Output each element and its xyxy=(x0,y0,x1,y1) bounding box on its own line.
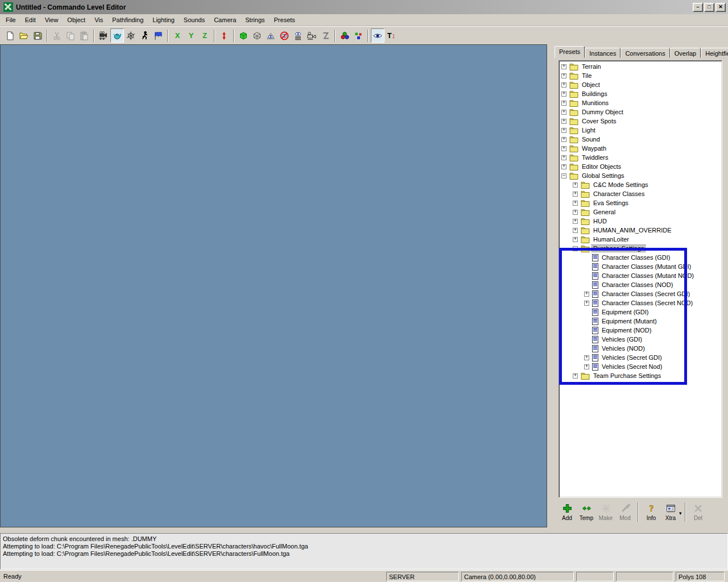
menu-vis[interactable]: Vis xyxy=(90,15,107,25)
tree-item-vehicles-secret-gdi[interactable]: +Vehicles (Secret GDI) xyxy=(559,353,722,362)
temp-button[interactable]: Temp xyxy=(577,500,596,524)
tab-overlap[interactable]: Overlap xyxy=(670,48,701,58)
menu-lighting[interactable]: Lighting xyxy=(148,15,179,25)
xtra-dropdown-arrow[interactable]: ▾ xyxy=(679,508,682,516)
tree-item-object[interactable]: +Object xyxy=(559,80,722,89)
tree-item-terrain[interactable]: +Terrain xyxy=(559,62,722,71)
tree-item-purchase-settings[interactable]: −Purchase Settings xyxy=(559,244,722,253)
tree-item-waypath[interactable]: +Waypath xyxy=(559,144,722,153)
camera-side-button[interactable] xyxy=(305,28,318,43)
menu-file[interactable]: File xyxy=(1,15,20,25)
maximize-button[interactable]: □ xyxy=(704,3,714,12)
tree-item-equipment-nod[interactable]: +Equipment (NOD) xyxy=(559,326,722,335)
tree-item-c-c-mode-settings[interactable]: +C&C Mode Settings xyxy=(559,180,722,189)
presets-tree[interactable]: +Terrain+Tile+Object+Buildings+Munitions… xyxy=(559,60,722,498)
tree-item-light[interactable]: +Light xyxy=(559,126,722,135)
menu-edit[interactable]: Edit xyxy=(20,15,40,25)
save-file-button[interactable] xyxy=(31,28,44,43)
expand-toggle[interactable]: + xyxy=(561,92,566,97)
tree-item-vehicles-secret-nod[interactable]: +Vehicles (Secret Nod) xyxy=(559,362,722,371)
tree-item-character-classes-secret-gdi[interactable]: +Character Classes (Secret GDI) xyxy=(559,289,722,298)
camera-dolly-button[interactable] xyxy=(97,28,110,43)
add-button[interactable]: Add xyxy=(557,500,577,524)
expand-toggle[interactable]: + xyxy=(561,110,566,115)
wire-cube-button[interactable] xyxy=(250,28,264,43)
expand-toggle[interactable]: + xyxy=(561,164,566,169)
expand-toggle[interactable]: + xyxy=(561,73,566,78)
minimize-button[interactable]: – xyxy=(693,3,703,12)
menu-view[interactable]: View xyxy=(40,15,63,25)
tab-presets[interactable]: Presets xyxy=(555,46,585,58)
eye-terrain-button[interactable] xyxy=(264,28,278,43)
expand-toggle[interactable]: + xyxy=(561,101,566,106)
visibility-eye-button[interactable] xyxy=(371,28,384,43)
expand-toggle[interactable]: + xyxy=(573,192,578,197)
solid-cube-button[interactable] xyxy=(237,28,250,43)
tree-item-character-classes[interactable]: +Character Classes xyxy=(559,189,722,198)
axis-x-button[interactable]: X xyxy=(171,28,184,43)
tree-item-equipment-gdi[interactable]: +Equipment (GDI) xyxy=(559,307,722,317)
menu-pathfinding[interactable]: Pathfinding xyxy=(107,15,148,25)
tree-item-vehicles-gdi[interactable]: +Vehicles (GDI) xyxy=(559,335,722,344)
tree-item-eva-settings[interactable]: +Eva Settings xyxy=(559,198,722,207)
collapse-toggle[interactable]: − xyxy=(561,173,566,178)
tree-item-buildings[interactable]: +Buildings xyxy=(559,89,722,98)
new-file-button[interactable] xyxy=(3,28,17,43)
close-button[interactable]: ✕ xyxy=(715,3,726,12)
collapse-toggle[interactable]: − xyxy=(573,246,578,251)
expand-toggle[interactable]: + xyxy=(561,137,566,142)
expand-toggle[interactable]: + xyxy=(573,182,578,188)
expand-toggle[interactable]: + xyxy=(584,292,589,297)
tree-item-munitions[interactable]: +Munitions xyxy=(559,98,722,107)
tree-item-sound[interactable]: +Sound xyxy=(559,135,722,144)
expand-toggle[interactable]: + xyxy=(561,119,566,124)
expand-toggle[interactable]: + xyxy=(573,201,578,206)
tree-item-equipment-mutant[interactable]: +Equipment (Mutant) xyxy=(559,317,722,326)
tree-item-cover-spots[interactable]: +Cover Spots xyxy=(559,117,722,126)
expand-toggle[interactable]: + xyxy=(573,237,578,242)
tree-item-character-classes-mutant-gdi[interactable]: +Character Classes (Mutant GDI) xyxy=(559,262,722,271)
tree-item-character-classes-secret-nod[interactable]: +Character Classes (Secret NOD) xyxy=(559,298,722,307)
vertex-spike-button[interactable] xyxy=(217,28,231,43)
tree-item-character-classes-nod[interactable]: +Character Classes (NOD) xyxy=(559,280,722,289)
menu-object[interactable]: Object xyxy=(63,15,90,25)
expand-toggle[interactable]: + xyxy=(573,228,578,233)
expand-toggle[interactable]: + xyxy=(584,364,589,369)
menu-camera[interactable]: Camera xyxy=(209,15,241,25)
expand-toggle[interactable]: + xyxy=(561,155,566,160)
clip-polygon-button[interactable] xyxy=(318,28,332,43)
tree-item-character-classes-mutant-nod[interactable]: +Character Classes (Mutant NOD) xyxy=(559,271,722,280)
tree-item-general[interactable]: +General xyxy=(559,207,722,217)
tab-instances[interactable]: Instances xyxy=(585,48,621,58)
menu-sounds[interactable]: Sounds xyxy=(179,15,209,25)
tab-heightfield[interactable]: Heightfield xyxy=(701,48,728,58)
expand-toggle[interactable]: + xyxy=(584,301,589,306)
tree-item-vehicles-nod[interactable]: +Vehicles (NOD) xyxy=(559,344,722,353)
tree-item-humanloiter[interactable]: +HumanLoiter xyxy=(559,235,722,244)
hide-object-button[interactable] xyxy=(278,28,291,43)
tree-item-dummy-object[interactable]: +Dummy Object xyxy=(559,107,722,117)
tree-item-hud[interactable]: +HUD xyxy=(559,217,722,226)
expand-toggle[interactable]: + xyxy=(561,64,566,69)
expand-toggle[interactable]: + xyxy=(561,82,566,88)
open-file-button[interactable] xyxy=(17,28,31,43)
expand-toggle[interactable]: + xyxy=(573,373,578,379)
expand-toggle[interactable]: + xyxy=(584,355,589,360)
info-button[interactable]: ?Info xyxy=(642,500,661,524)
expand-toggle[interactable]: + xyxy=(561,146,566,151)
xtra-button[interactable]: Xtra xyxy=(661,500,680,524)
viewport-canvas[interactable] xyxy=(0,44,547,527)
menu-strings[interactable]: Strings xyxy=(241,15,269,25)
rgb-cubes-button[interactable] xyxy=(338,28,351,43)
title-bar[interactable]: Untitled - Commando Level Editor – □ ✕ xyxy=(0,0,728,14)
teapot-button[interactable] xyxy=(110,28,124,43)
expand-toggle[interactable]: + xyxy=(573,219,578,224)
expand-toggle[interactable]: + xyxy=(573,210,578,215)
tree-item-team-purchase-settings[interactable]: +Team Purchase Settings xyxy=(559,371,722,380)
text-scale-button[interactable]: T↕ xyxy=(384,28,398,43)
tree-item-editor-objects[interactable]: +Editor Objects xyxy=(559,162,722,171)
tree-item-global-settings[interactable]: −Global Settings xyxy=(559,171,722,180)
color-squares-button[interactable] xyxy=(351,28,365,43)
tree-item-human-anim-override[interactable]: +HUMAN_ANIM_OVERRIDE xyxy=(559,226,722,235)
axis-z-button[interactable]: Z xyxy=(198,28,212,43)
